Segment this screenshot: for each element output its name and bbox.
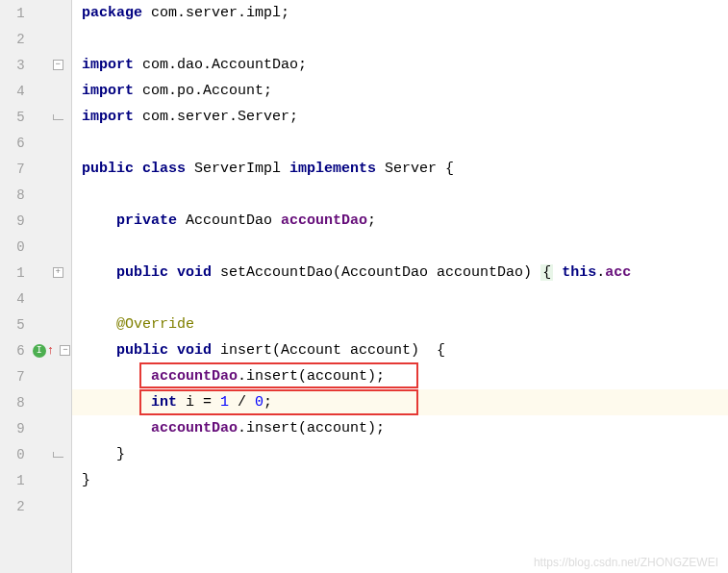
token-plain: } <box>116 446 125 462</box>
line-number: 0 <box>0 239 29 255</box>
line-number: 5 <box>0 110 29 125</box>
gutter-icon-area <box>29 208 71 234</box>
gutter-icon-area <box>29 286 71 311</box>
code-line[interactable]: accountDao.insert(account); <box>72 415 728 441</box>
code-line[interactable] <box>72 130 728 156</box>
token-kw: public class <box>82 161 194 177</box>
code-line[interactable]: @Override <box>72 311 728 337</box>
gutter-icon-area <box>29 363 71 389</box>
token-plain: AccountDao <box>186 212 281 229</box>
line-number: 8 <box>0 395 29 411</box>
gutter-row: 1+ <box>0 260 71 286</box>
gutter-icon-area <box>29 156 71 182</box>
code-line[interactable]: public void insert(Account account) { <box>72 337 728 363</box>
gutter-row: 7 <box>0 156 71 182</box>
token-plain: com.server.impl <box>151 5 281 21</box>
token-plain: (AccountDao accountDao) <box>333 264 540 281</box>
line-number: 4 <box>0 84 29 99</box>
token-num: 1 <box>220 394 229 411</box>
gutter-row: 1 <box>0 467 71 493</box>
watermark-text: https://blog.csdn.net/ZHONGZEWEI <box>534 556 718 569</box>
gutter-row: 2 <box>0 26 71 52</box>
line-number: 2 <box>0 499 29 514</box>
gutter-icon-area <box>29 104 71 130</box>
code-line[interactable]: package com.server.impl; <box>72 0 728 26</box>
token-plain: (Account account) { <box>272 342 445 359</box>
gutter-row: 5 <box>0 311 71 337</box>
token-kw: import <box>82 57 142 73</box>
code-line[interactable]: import com.server.Server; <box>72 104 728 130</box>
line-number: 7 <box>0 162 29 177</box>
code-line[interactable]: import com.dao.AccountDao; <box>72 52 728 78</box>
token-kw: public void <box>116 264 220 281</box>
code-line[interactable]: private AccountDao accountDao; <box>72 208 728 234</box>
gutter-row: 4 <box>0 78 71 104</box>
token-plain: ; <box>281 5 289 21</box>
gutter-row: 8 <box>0 182 71 208</box>
code-line[interactable] <box>72 234 728 260</box>
code-line[interactable]: public class ServerImpl implements Serve… <box>72 156 728 182</box>
code-line[interactable]: } <box>72 467 728 493</box>
code-editor[interactable]: package com.server.impl;import com.dao.A… <box>72 0 728 573</box>
token-kw: int <box>151 394 186 411</box>
token-method: setAccountDao <box>220 264 333 281</box>
token-kw: private <box>116 212 186 229</box>
token-kw: import <box>82 83 142 99</box>
line-number: 1 <box>0 265 29 281</box>
gutter-row: 8 <box>0 389 71 415</box>
gutter-icon-area <box>29 467 71 493</box>
code-line[interactable] <box>72 182 728 208</box>
token-plain: ; <box>289 109 298 125</box>
code-line[interactable]: public void setAccountDao(AccountDao acc… <box>72 260 728 286</box>
token-plain: ServerImpl <box>194 161 289 177</box>
token-plain: ; <box>264 83 272 99</box>
line-number: 0 <box>0 447 29 462</box>
line-number: 4 <box>0 291 29 307</box>
code-line[interactable]: import com.po.Account; <box>72 78 728 104</box>
fold-end-icon <box>53 452 63 458</box>
arrow-up-icon: ↑ <box>47 343 55 358</box>
gutter-row: 1 <box>0 0 71 26</box>
token-field: accountDao <box>281 212 367 229</box>
token-kw: package <box>82 5 151 21</box>
gutter-icon-area <box>29 130 71 156</box>
gutter-icon-area <box>29 415 71 441</box>
token-hint: { <box>540 264 553 281</box>
code-line[interactable] <box>72 286 728 311</box>
line-number: 6 <box>0 343 29 359</box>
fold-expand-icon[interactable]: + <box>53 267 63 278</box>
gutter-row: 2 <box>0 493 71 519</box>
gutter-icon-area <box>29 311 71 337</box>
gutter-icon-area <box>29 0 71 26</box>
fold-collapse-icon[interactable]: − <box>53 60 63 70</box>
fold-collapse-icon[interactable]: − <box>60 345 70 356</box>
token-method: insert <box>220 342 272 359</box>
gutter-icon-area <box>29 182 71 208</box>
token-kw: implements <box>289 161 385 177</box>
code-line[interactable]: accountDao.insert(account); <box>72 363 728 389</box>
gutter-icon-area <box>29 78 71 104</box>
token-plain: ; <box>367 212 376 229</box>
override-icon[interactable]: I <box>33 344 46 358</box>
token-plain: . <box>596 264 605 281</box>
token-annotation: @Override <box>116 316 194 333</box>
line-number: 9 <box>0 213 29 229</box>
token-kw: import <box>82 109 142 125</box>
code-line[interactable]: int i = 1 / 0; <box>72 389 728 415</box>
gutter-row: 9 <box>0 415 71 441</box>
code-line[interactable] <box>72 493 728 519</box>
gutter-row: 3− <box>0 52 71 78</box>
gutter-icon-area <box>29 389 71 415</box>
token-kw: this <box>553 264 596 281</box>
gutter-icon-area <box>29 493 71 519</box>
token-plain: } <box>82 472 90 488</box>
gutter-icon-area <box>29 234 71 260</box>
gutter: 123−45678901+456I↑−789012 <box>0 0 72 573</box>
token-field: accountDao <box>151 368 238 385</box>
gutter-icon-area <box>29 26 71 52</box>
code-line[interactable]: } <box>72 441 728 467</box>
gutter-row: 9 <box>0 208 71 234</box>
code-line[interactable] <box>72 26 728 52</box>
line-number: 2 <box>0 32 29 47</box>
gutter-icon-area: I↑− <box>29 337 71 363</box>
